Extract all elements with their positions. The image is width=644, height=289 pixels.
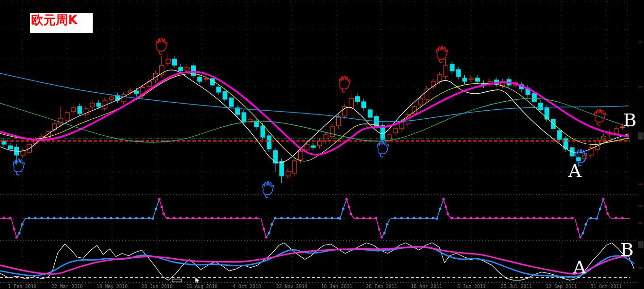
candle: [254, 121, 259, 127]
oscillator-fast-white: [0, 243, 634, 280]
candle: [90, 103, 95, 107]
candle: [223, 91, 227, 99]
candle: [324, 135, 328, 141]
candle: [469, 78, 473, 79]
letter-annotation-A: A: [568, 160, 582, 181]
candle: [330, 127, 334, 137]
candle: [311, 146, 315, 148]
candle: [601, 136, 606, 140]
candle: [172, 59, 176, 65]
candle: [261, 126, 265, 137]
letter-annotation-B: B: [623, 110, 636, 131]
ma-yellow: [0, 74, 629, 161]
candle: [59, 118, 63, 124]
candle: [298, 151, 303, 160]
candle: [337, 117, 341, 126]
chart-title-label[interactable]: 欧元周K: [30, 13, 93, 33]
candle: [103, 100, 107, 108]
chart-title-text: 欧元周K: [31, 13, 78, 27]
candle: [279, 161, 284, 176]
date-label: 6 Jun 2011: [457, 284, 486, 289]
candle: [267, 136, 271, 149]
candle: [418, 98, 423, 105]
candle: [393, 129, 398, 133]
letter-annotation-A: A: [573, 257, 586, 278]
candle: [134, 91, 139, 94]
candle: [198, 77, 202, 81]
date-label: 1 Feb 2010: [8, 284, 36, 289]
candle: [532, 93, 536, 102]
candle: [96, 103, 101, 106]
blue-hand-signal-icon: [14, 158, 25, 175]
candle: [217, 87, 221, 92]
candle: [109, 97, 113, 99]
candle: [8, 146, 12, 149]
candlestick-chart-canvas[interactable]: ABAB1 Feb 201022 Mar 201010 May 201028 J…: [0, 0, 644, 289]
candle: [305, 144, 309, 150]
candle: [539, 103, 543, 110]
date-label: 12 Sep 2011: [546, 284, 577, 289]
letter-annotation-B: B: [620, 239, 634, 260]
date-label: 25 Jul 2011: [501, 284, 532, 289]
candle: [545, 108, 549, 119]
candle: [229, 98, 234, 106]
candle: [179, 67, 183, 71]
candle: [204, 79, 208, 79]
right-edge-scale-marks: [638, 42, 644, 269]
date-label: 22 Nov 2010: [276, 284, 307, 289]
candle: [368, 110, 372, 117]
candle: [456, 70, 461, 77]
candle: [444, 65, 448, 77]
date-label: 28 Jun 2010: [141, 284, 173, 289]
date-label: 22 Mar 2010: [52, 284, 83, 289]
candle: [437, 75, 442, 81]
date-label: 10 May 2010: [96, 284, 128, 289]
candle: [78, 106, 82, 114]
candle: [242, 113, 246, 122]
date-label: 16 Aug 2010: [186, 284, 218, 289]
candle: [557, 131, 562, 140]
date-label: 28 Feb 2011: [366, 284, 397, 289]
red-hand-signal-icon: [157, 38, 167, 54]
candle: [463, 78, 467, 81]
candle: [450, 64, 454, 71]
ma-fast-white: [0, 70, 629, 163]
date-label: 18 Apr 2011: [411, 284, 442, 289]
candle: [614, 129, 618, 134]
candle: [292, 161, 296, 173]
signal-panel[interactable]: [0, 198, 630, 238]
candle: [71, 108, 76, 112]
red-hand-signal-icon: [339, 76, 350, 92]
oscillator-panel[interactable]: [0, 243, 634, 280]
candle: [273, 150, 278, 163]
candle: [475, 78, 479, 81]
candle: [425, 89, 429, 100]
x-axis-date-labels: 1 Feb 201022 Mar 201010 May 201028 Jun 2…: [8, 284, 622, 289]
candle: [185, 67, 189, 70]
date-label: 4 Oct 2010: [233, 284, 261, 289]
blue-hand-signal-icon: [263, 181, 274, 198]
candle: [286, 171, 290, 176]
annotations[interactable]: ABAB: [14, 38, 636, 278]
trading-chart-window: ABAB1 Feb 201022 Mar 201010 May 201028 J…: [0, 0, 644, 289]
date-label: 31 Oct 2011: [591, 284, 622, 289]
red-hand-signal-icon: [437, 46, 448, 62]
candle: [356, 96, 360, 102]
price-panel[interactable]: [0, 54, 630, 183]
date-label: 10 Jan 2011: [321, 284, 352, 289]
blue-hand-signal-icon: [378, 140, 389, 157]
candle: [362, 102, 366, 108]
candle: [65, 113, 70, 120]
candle: [166, 59, 170, 63]
candle: [349, 98, 353, 108]
ma-mid-magenta: [0, 72, 629, 155]
